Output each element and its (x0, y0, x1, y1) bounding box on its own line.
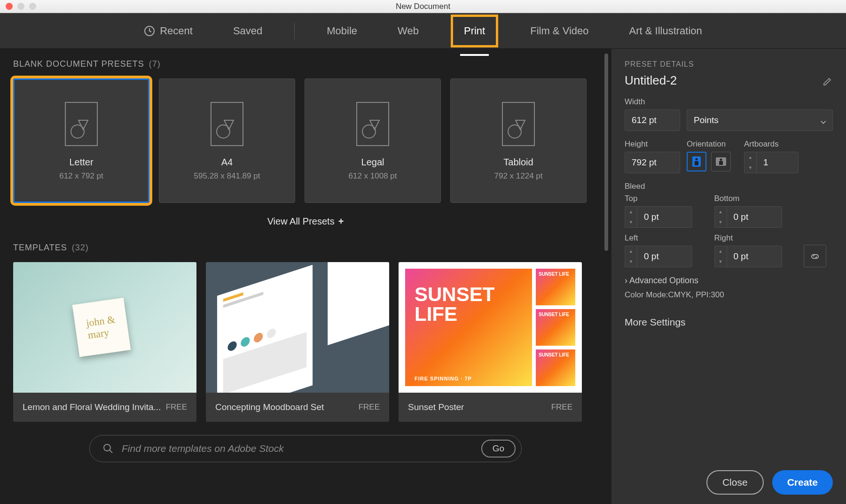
tab-label: Recent (160, 25, 193, 37)
template-moodboard[interactable]: Concepting Moodboard SetFREE (206, 262, 389, 422)
create-button[interactable]: Create (772, 470, 833, 495)
window-maximize-button[interactable] (29, 3, 36, 10)
svg-point-8 (508, 125, 521, 138)
link-icon (810, 251, 820, 261)
units-select[interactable]: Points ⌵ (687, 109, 833, 131)
page-icon (352, 101, 393, 147)
window-close-button[interactable] (6, 3, 13, 10)
go-button[interactable]: Go (481, 440, 516, 457)
view-all-presets-button[interactable]: View All Presets+ (13, 216, 598, 227)
templates-heading: TEMPLATES(32) (13, 243, 598, 253)
plus-icon: + (338, 216, 344, 226)
tab-web[interactable]: Web (389, 21, 427, 41)
edit-icon[interactable] (822, 76, 833, 86)
tab-film-video[interactable]: Film & Video (522, 21, 597, 41)
svg-rect-15 (719, 161, 723, 165)
height-label: Height (625, 140, 680, 149)
page-icon (498, 101, 539, 147)
chevron-down-icon: ⌵ (821, 115, 826, 126)
width-label: Width (625, 97, 833, 107)
svg-point-6 (362, 125, 376, 138)
free-badge: FREE (166, 403, 187, 412)
search-placeholder: Find more templates on Adobe Stock (122, 443, 473, 454)
tab-mobile[interactable]: Mobile (318, 21, 366, 41)
orientation-landscape[interactable] (711, 152, 731, 171)
height-field[interactable]: 792 pt (625, 152, 680, 173)
preset-letter[interactable]: Letter 612 x 792 pt (13, 78, 149, 203)
bleed-bottom-field[interactable]: ▲▼0 pt (714, 206, 797, 228)
preset-legal[interactable]: Legal 612 x 1008 pt (305, 78, 441, 203)
template-thumbnail (13, 262, 196, 393)
svg-rect-7 (502, 102, 534, 146)
svg-rect-12 (695, 161, 698, 165)
svg-point-4 (217, 125, 230, 138)
page-icon (61, 101, 102, 147)
color-mode-text: Color Mode:CMYK, PPI:300 (625, 290, 833, 300)
close-button[interactable]: Close (706, 470, 764, 495)
search-icon (103, 443, 113, 454)
tab-art-illustration[interactable]: Art & Illustration (621, 21, 711, 41)
template-thumbnail (206, 262, 389, 393)
svg-rect-1 (65, 102, 97, 146)
artboards-label: Artboards (744, 140, 799, 149)
svg-point-14 (720, 159, 722, 161)
presets-heading: BLANK DOCUMENT PRESETS(7) (13, 59, 598, 69)
template-search[interactable]: Find more templates on Adobe Stock Go (89, 435, 522, 462)
preset-dimensions: 612 x 792 pt (59, 171, 103, 181)
chevron-right-icon: › (625, 276, 627, 285)
presets-panel: BLANK DOCUMENT PRESETS(7) Letter 612 x 7… (0, 49, 611, 504)
scrollbar[interactable] (604, 54, 608, 251)
orientation-label: Orientation (687, 140, 731, 149)
advanced-options-toggle[interactable]: › Advanced Options (625, 276, 833, 286)
width-field[interactable]: 612 pt (625, 109, 680, 131)
window-minimize-button[interactable] (17, 3, 24, 10)
svg-rect-5 (357, 102, 389, 146)
window-title: New Document (396, 2, 450, 11)
bleed-label: Bleed (625, 182, 833, 191)
artboards-stepper[interactable]: ▲▼ 1 (744, 152, 799, 173)
bleed-top-field[interactable]: ▲▼0 pt (625, 206, 707, 228)
preset-details-panel: PRESET DETAILS Untitled-2 Width 612 pt P… (611, 49, 846, 504)
tab-print[interactable]: Print (451, 15, 498, 47)
template-name: Lemon and Floral Wedding Invita... (23, 402, 161, 412)
preset-tabloid[interactable]: Tabloid 792 x 1224 pt (450, 78, 587, 203)
chevron-down-icon[interactable]: ▼ (744, 163, 756, 173)
more-settings-button[interactable]: More Settings (625, 317, 833, 328)
preset-name: Letter (69, 157, 93, 168)
link-bleed-button[interactable] (804, 245, 826, 267)
template-sunset-poster[interactable]: SUNSET LIFEFIRE SPINNING · 7P SUNSET LIF… (399, 262, 582, 422)
chevron-up-icon[interactable]: ▲ (744, 152, 756, 163)
orientation-portrait[interactable] (687, 152, 706, 171)
svg-point-2 (71, 125, 84, 138)
template-thumbnail: SUNSET LIFEFIRE SPINNING · 7P SUNSET LIF… (399, 262, 582, 393)
page-icon (206, 101, 248, 147)
category-tabs: Recent Saved Mobile Web Print Film & Vid… (0, 13, 846, 49)
document-name[interactable]: Untitled-2 (625, 73, 677, 88)
tab-recent[interactable]: Recent (135, 21, 201, 41)
window-titlebar: New Document (0, 0, 846, 13)
svg-rect-3 (211, 102, 243, 146)
clock-icon (144, 25, 155, 37)
preset-a4[interactable]: A4 595.28 x 841.89 pt (159, 78, 295, 203)
template-wedding-invitation[interactable]: Lemon and Floral Wedding Invita...FREE (13, 262, 196, 422)
tab-divider (294, 23, 295, 39)
details-heading: PRESET DETAILS (625, 60, 833, 69)
tab-saved[interactable]: Saved (225, 21, 271, 41)
svg-point-9 (104, 444, 110, 451)
bleed-right-field[interactable]: ▲▼0 pt (714, 246, 797, 267)
bleed-left-field[interactable]: ▲▼0 pt (625, 246, 707, 267)
svg-point-11 (696, 158, 698, 161)
